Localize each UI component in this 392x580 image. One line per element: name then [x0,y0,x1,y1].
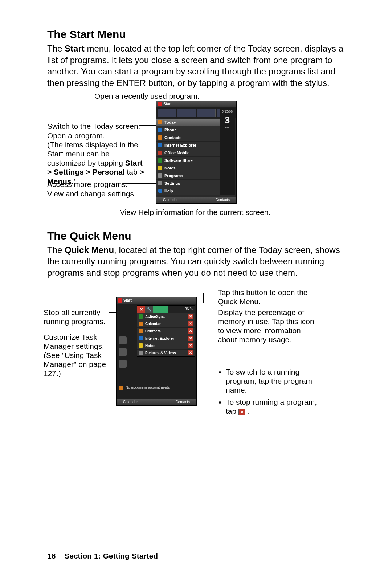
notes-icon [158,166,162,170]
page-number: 18 [47,552,56,560]
programs-icon [158,173,162,178]
text-bold: Quick Menu [65,245,114,255]
menu-item-phone: Phone [156,126,220,134]
today-plugin-icons [119,336,130,368]
close-icon: ✕ [188,321,193,326]
leader-line [134,193,152,193]
plugin-icon [119,336,127,344]
qm-label: Calendar [145,322,161,326]
softkey-bar: Calendar Contacts [117,399,196,405]
menu-label: Software Store [164,158,193,163]
callout-access-programs: Access more programs. [47,180,142,189]
menu-item-programs: Programs [156,172,220,179]
mru-icon [197,109,216,117]
qm-row-pictures: Pictures & Videos✕ [137,349,195,356]
leader-line [203,293,204,303]
qm-label: Notes [145,344,155,348]
figure-start-menu: Open a recently used program. Switch to … [47,92,348,222]
text: menu, located at the top left corner of … [47,44,343,88]
wrench-icon: 🔧 [145,306,153,313]
phone-body: ✕ 🔧 36 % ActiveSync✕ Calendar✕ Contacts✕… [117,304,196,400]
settings-icon [158,181,162,185]
qm-label: Pictures & Videos [145,351,176,355]
callout-view-settings: View and change settings. [47,189,142,198]
callout-open-program: Open a program. (The items displayed in … [47,131,145,186]
page-footer: 18 Section 1: Getting Started [47,552,158,560]
menu-item-contacts: Contacts [156,134,220,141]
text: The [47,44,65,53]
close-icon: ✕ [188,350,193,355]
mru-icon [177,109,196,117]
help-icon [158,189,162,193]
close-icon: ✕ [188,314,193,319]
callout-running-list: To switch to a running program, tap the … [218,367,319,419]
close-icon: ✕ [188,328,193,334]
qm-row-activesync: ActiveSync✕ [137,313,195,320]
text: Open a program. [47,131,105,140]
close-icon: ✕ [188,336,193,341]
leader-line [207,315,207,377]
menu-item-office: Office Mobile [156,149,220,156]
leader-line [200,311,216,311]
ie-icon [158,143,162,147]
callout-stop-all: Stop all currently running programs. [44,308,116,326]
menu-label: Notes [164,166,176,170]
softkey-right: Contacts [216,198,230,202]
clock-digit: 3 [220,115,235,126]
stop-all-button: ✕ [137,306,145,313]
phone-icon [158,128,162,132]
qm-label: Contacts [145,329,161,333]
today-icon [158,120,162,124]
callout-today-screen: Switch to the Today screen. [47,122,142,131]
figure-quick-menu: Stop all currently running programs. Cus… [47,290,348,420]
leader-line [203,293,216,293]
screenshot-quick-menu: Start ✕ 🔧 36 % ActiveSync✕ Calendar✕ [116,297,197,406]
activesync-icon [139,314,143,319]
callout-open-quickmenu: Tap this button to open the Quick Menu. [218,288,319,306]
menu-item-help: Help [156,187,220,195]
contacts-icon [139,329,143,333]
qm-row-ie: Internet Explorer✕ [137,335,195,342]
pictures-icon [139,351,143,355]
menu-item-settings: Settings [156,179,220,187]
leader-line [200,377,216,377]
phone-topbar: Start [156,101,236,107]
menu-label: Contacts [164,135,181,140]
para-quick-menu: The Quick Menu, located at the top right… [47,244,348,279]
no-appointments-text: No upcoming appointments [119,385,194,390]
menu-label: Settings [164,181,180,185]
plugin-icon [119,360,127,368]
menu-item-notes: Notes [156,164,220,172]
menu-label: Help [164,189,173,193]
quick-menu-panel: ✕ 🔧 36 % ActiveSync✕ Calendar✕ Contacts✕… [137,305,195,357]
menu-item-softwarestore: Software Store [156,156,220,164]
callout-recent-program: Open a recently used program. [94,92,200,101]
menu-item-ie: Internet Explorer [156,141,220,149]
memory-percentage: 36 % [153,306,195,313]
menu-label: Today [164,120,176,124]
heading-quick-menu: The Quick Menu [47,230,348,242]
qm-label: Internet Explorer [145,336,174,340]
softkey-bar: Calendar Contacts [156,197,236,203]
menu-label: Programs [164,173,183,178]
calendar-icon [119,386,123,390]
qm-label: ActiveSync [145,315,165,319]
windows-flag-icon [118,298,122,303]
softkey-right: Contacts [176,400,190,404]
date-text: 5/13/08 [220,110,235,113]
menu-label: Phone [164,128,177,132]
text-bold: Start [65,44,85,53]
home-icon [119,348,127,356]
notes-icon [139,343,143,348]
start-label: Start [163,102,172,106]
ie-icon [139,336,143,340]
text: No upcoming appointments [126,385,170,389]
ampm-text: PM [220,126,235,129]
text: . [245,407,249,415]
qm-row-contacts: Contacts✕ [137,327,195,335]
callout-help-info: View Help information for the current sc… [120,208,270,217]
leader-line [123,183,160,184]
softkey-left: Calendar [123,400,138,404]
phone-topbar: Start [117,297,196,304]
start-label: Start [123,298,132,302]
